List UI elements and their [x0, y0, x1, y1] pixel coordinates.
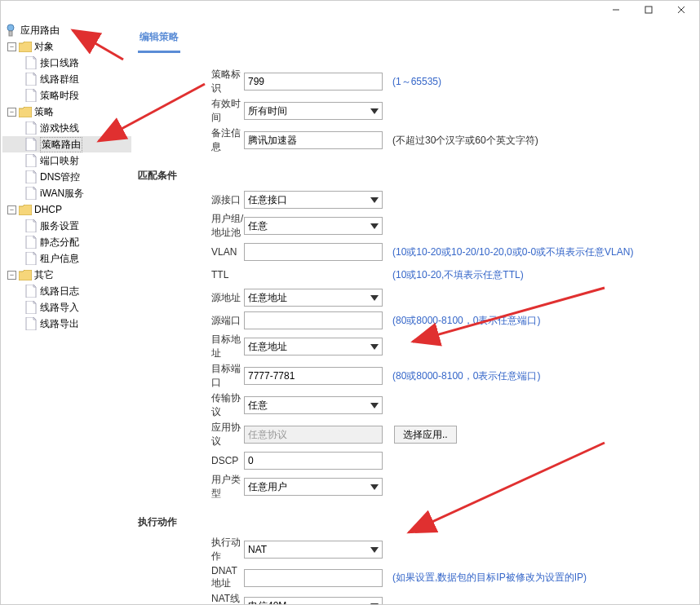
tree-item[interactable]: iWAN服务: [2, 185, 131, 201]
folder-icon: [19, 107, 32, 117]
select-proto[interactable]: 任意: [244, 396, 383, 414]
tree-item[interactable]: 游戏快线: [2, 120, 131, 136]
page-icon: [25, 89, 37, 102]
main-panel: 编辑策略 策略标识 (1～65535) 有效时间 所有时间 备注信息 (不超过3…: [131, 19, 699, 605]
tree-item-label: 接口线路: [40, 56, 79, 70]
chevron-down-icon: [370, 403, 379, 408]
tree-item[interactable]: 服务设置: [2, 218, 131, 234]
input-appproto: [244, 426, 383, 444]
hint-remark: (不超过30个汉字或60个英文字符): [392, 134, 538, 148]
collapse-icon[interactable]: −: [7, 108, 16, 117]
label-dst-port: 目标端口: [138, 362, 244, 390]
label-policy-id: 策略标识: [138, 68, 244, 95]
input-dnat[interactable]: [244, 569, 383, 587]
label-src-if: 源接口: [138, 193, 244, 207]
input-vlan[interactable]: [244, 243, 383, 261]
tree-root[interactable]: 应用路由: [2, 22, 131, 38]
hint-policy-id: (1～65535): [392, 75, 441, 89]
page-icon: [25, 73, 37, 86]
tree-item-label: 策略时段: [40, 89, 79, 103]
tab-edit-policy[interactable]: 编辑策略: [138, 27, 180, 53]
label-proto: 传输协议: [138, 391, 244, 419]
page-icon: [25, 252, 37, 265]
select-dst-addr-value: 任意地址: [248, 340, 287, 354]
tree-item-label: 租户信息: [40, 252, 79, 266]
window-maximize-button[interactable]: [634, 1, 663, 19]
tree-item-label: 线路导入: [40, 301, 79, 315]
tree-item[interactable]: 静态分配: [2, 234, 131, 250]
select-group[interactable]: 任意: [244, 217, 383, 235]
tree-item[interactable]: 租户信息: [2, 250, 131, 267]
section-title-match: 匹配条件: [138, 169, 683, 183]
page-icon: [25, 154, 37, 167]
select-src-if[interactable]: 任意接口: [244, 191, 383, 209]
tree-item-label: 策略路由: [40, 137, 82, 152]
tree-item[interactable]: 接口线路: [2, 55, 131, 71]
label-src-addr: 源地址: [138, 291, 244, 305]
page-icon: [25, 170, 37, 183]
select-time-value: 所有时间: [248, 104, 287, 118]
svg-point-4: [7, 24, 14, 31]
chevron-down-icon: [370, 344, 379, 350]
input-policy-id[interactable]: [244, 73, 383, 91]
chevron-down-icon: [370, 197, 379, 203]
input-dst-port[interactable]: [244, 367, 383, 385]
folder-icon: [19, 205, 32, 215]
tree-item[interactable]: 端口映射: [2, 152, 131, 169]
tree-group-policy[interactable]: − 策略: [2, 104, 131, 120]
select-action-value: NAT: [248, 544, 267, 555]
button-choose-app[interactable]: 选择应用..: [394, 426, 457, 444]
label-time: 有效时间: [138, 97, 244, 125]
window-titlebar: [1, 1, 699, 19]
hint-src-port: (80或8000-8100，0表示任意端口): [392, 314, 540, 328]
page-icon: [25, 236, 37, 249]
select-dst-addr[interactable]: 任意地址: [244, 338, 383, 355]
svg-rect-5: [9, 31, 12, 36]
select-usertype[interactable]: 任意用户: [244, 478, 383, 496]
tree-item-label: 线路日志: [40, 285, 79, 298]
tree-item-label: 服务设置: [40, 219, 79, 233]
chevron-down-icon: [370, 484, 379, 490]
tree-item-policy-route[interactable]: 策略路由: [2, 136, 131, 152]
chevron-down-icon: [370, 223, 379, 229]
chevron-down-icon: [370, 108, 379, 114]
tree-item-label: 静态分配: [40, 236, 79, 250]
tree-group-label: 其它: [34, 268, 54, 282]
select-src-addr[interactable]: 任意地址: [244, 289, 383, 307]
folder-icon: [19, 270, 32, 280]
folder-icon: [19, 42, 32, 52]
tree-group-label: 策略: [34, 105, 54, 119]
collapse-icon[interactable]: −: [7, 271, 16, 280]
label-dnat: DNAT地址: [138, 565, 244, 590]
page-icon: [25, 138, 37, 151]
tree-item-label: iWAN服务: [40, 187, 84, 201]
tree-item[interactable]: 线路日志: [2, 283, 131, 299]
tree-item[interactable]: 线路群组: [2, 71, 131, 87]
input-dscp[interactable]: [244, 452, 383, 470]
page-icon: [25, 187, 37, 200]
tree-group-objects[interactable]: − 对象: [2, 38, 131, 55]
collapse-icon[interactable]: −: [7, 205, 16, 214]
select-action[interactable]: NAT: [244, 541, 383, 559]
tree-item-label: 线路导出: [40, 317, 79, 331]
tree-group-dhcp[interactable]: − DHCP: [2, 201, 131, 218]
input-remark[interactable]: [244, 131, 383, 149]
select-time[interactable]: 所有时间: [244, 102, 383, 120]
input-src-port[interactable]: [244, 311, 383, 329]
tab-bar: 编辑策略: [138, 19, 683, 53]
hint-dnat: (如果设置,数据包的目标IP被修改为设置的IP): [392, 571, 587, 585]
tree-item[interactable]: DNS管控: [2, 169, 131, 185]
page-icon: [25, 219, 37, 232]
select-natline[interactable]: 电信40M: [244, 597, 383, 605]
chevron-down-icon: [370, 295, 379, 301]
tree-item[interactable]: 线路导出: [2, 316, 131, 332]
select-natline-value: 电信40M: [248, 599, 286, 606]
tree-group-other[interactable]: − 其它: [2, 267, 131, 283]
tree-item[interactable]: 线路导入: [2, 299, 131, 316]
window-close-button[interactable]: [667, 1, 696, 19]
collapse-icon[interactable]: −: [7, 42, 16, 51]
nav-tree: 应用路由 − 对象 接口线路 线路群组 策略时段 − 策略 游戏快线 策略路由 …: [1, 19, 131, 605]
window-minimize-button[interactable]: [601, 1, 631, 19]
tree-item[interactable]: 策略时段: [2, 87, 131, 104]
tree-group-label: DHCP: [34, 204, 62, 215]
